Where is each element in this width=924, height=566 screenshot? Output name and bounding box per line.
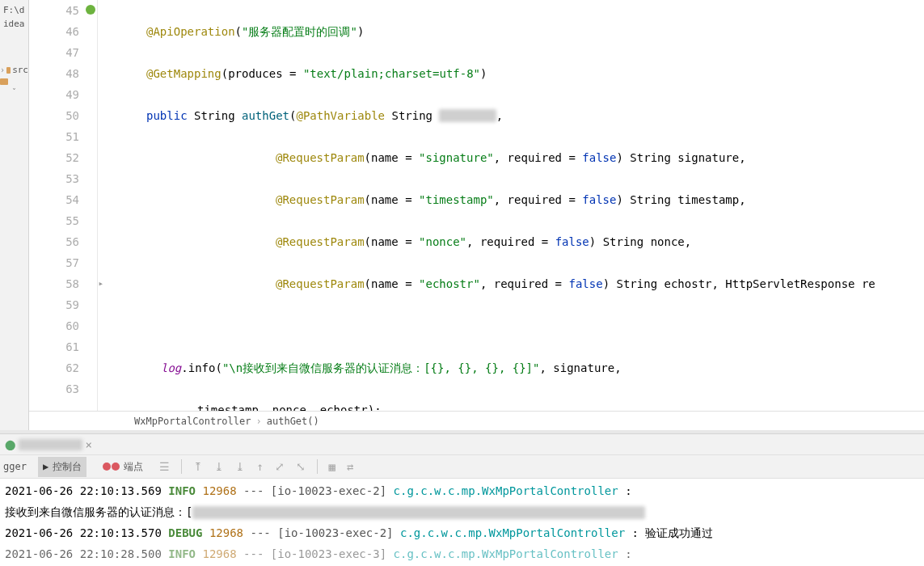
line-number: 57 (29, 252, 79, 273)
line-number: 52 (29, 147, 79, 168)
string-literal: "text/plain;charset=utf-8" (303, 67, 480, 80)
line-number: 50 (29, 105, 79, 126)
breakpoints-tab[interactable]: 端点 (98, 457, 148, 477)
folder-icon (6, 67, 11, 74)
sidebar-item-src[interactable]: › src (0, 63, 28, 77)
step-up-icon[interactable]: ⤒ (193, 460, 203, 473)
string-literal: "timestamp" (419, 193, 494, 206)
chevron-right-icon: › (256, 416, 262, 427)
run-config-tab[interactable]: ⬤ xxxxxxx × (5, 438, 92, 451)
log-line: 2021-06-26 22:10:13.569 INFO 12968 --- [… (5, 480, 919, 501)
project-idea-label: idea (0, 17, 28, 31)
debugger-tab-label[interactable]: gger (3, 461, 27, 472)
console-tab[interactable]: ▶ 控制台 (38, 457, 86, 477)
keyword: false (582, 193, 616, 206)
step-over-icon[interactable]: ⤓ (235, 460, 245, 473)
breadcrumb-method[interactable]: authGet() (267, 416, 319, 427)
console-label: 控制台 (53, 460, 82, 474)
keyword: false (555, 235, 589, 248)
project-root-label: F:\d (0, 3, 28, 17)
sidebar-src-label: src (12, 65, 28, 75)
blurred-text: xxxxxxx (19, 439, 82, 450)
breakpoint-icon (112, 463, 120, 471)
step-icon[interactable]: ⤡ (296, 460, 306, 473)
annotation: @RequestParam (276, 277, 365, 290)
line-number: 58 ▸ (29, 273, 79, 294)
string-literal: "signature" (419, 151, 494, 164)
type: String (188, 109, 242, 122)
string-literal: "echostr" (419, 277, 480, 290)
line-number: 47 (29, 42, 79, 63)
line-number: 59 (29, 294, 79, 315)
breadcrumb-class[interactable]: WxMpPortalController (134, 416, 251, 427)
code-text: produces = (228, 67, 303, 80)
close-icon[interactable]: × (86, 438, 92, 451)
method-name: authGet (242, 109, 289, 122)
log-line: 2021-06-26 22:10:28.500 INFO 12968 --- [… (5, 543, 919, 564)
line-number: 56 (29, 231, 79, 252)
annotation: @RequestParam (276, 235, 365, 248)
annotation: @RequestParam (276, 193, 365, 206)
line-number: 54 (29, 189, 79, 210)
line-number: 61 (29, 336, 79, 357)
editor-area: 45 46 47 48 49 50 51 52 53 54 55 56 57 5… (29, 0, 924, 430)
line-number: 49 (29, 84, 79, 105)
sidebar-item-folder[interactable] (0, 77, 28, 87)
line-number: 51 (29, 126, 79, 147)
run-tab-bar: ⬤ xxxxxxx × (0, 433, 924, 454)
folder-icon (0, 78, 8, 85)
debug-toolbar: gger ▶ 控制台 端点 ☰ ⤒ ⤓ ⤓ ↑ ⤢ ⤡ ▦ ⇄ (0, 454, 924, 479)
keyword: false (568, 277, 602, 290)
type: String (385, 109, 439, 122)
code-text: timestamp, nonce, echostr); (197, 403, 382, 411)
code-editor[interactable]: 45 46 47 48 49 50 51 52 53 54 55 56 57 5… (29, 0, 924, 411)
line-number: 53 (29, 168, 79, 189)
editor-gutter[interactable]: 45 46 47 48 49 50 51 52 53 54 55 56 57 5… (29, 0, 98, 411)
chevron-down-icon[interactable]: ˇ (0, 87, 28, 99)
line-number: 46 (29, 21, 79, 42)
play-icon: ▶ (43, 461, 49, 472)
keyword: false (582, 151, 616, 164)
code-content[interactable]: @ApiOperation("服务器配置时的回调") @GetMapping(p… (98, 0, 924, 411)
string-literal: "\n接收到来自微信服务器的认证消息：[{}, {}, {}, {}]" (222, 361, 540, 374)
line-number: 63 (29, 378, 79, 399)
separator (317, 459, 318, 474)
annotation: @ApiOperation (146, 25, 235, 38)
bug-icon: ⬤ (5, 439, 15, 450)
step-down-icon[interactable]: ⤓ (214, 460, 224, 473)
annotation: @RequestParam (276, 151, 365, 164)
chevron-right-icon: › (0, 65, 5, 74)
breakpoint-label: 端点 (124, 460, 143, 474)
step-into-icon[interactable]: ↑ (256, 460, 263, 473)
line-number: 45 (29, 0, 79, 21)
calculator-icon[interactable]: ▦ (329, 460, 335, 473)
separator (181, 459, 182, 474)
step-out-icon[interactable]: ⤢ (275, 460, 285, 473)
string-literal: "nonce" (419, 235, 466, 248)
log-line: 接收到来自微信服务器的认证消息：[ (5, 501, 919, 522)
breadcrumb[interactable]: WxMpPortalController › authGet() (29, 411, 924, 430)
project-sidebar[interactable]: F:\d idea › src ˇ (0, 0, 29, 430)
keyword: public (146, 109, 188, 122)
blurred-text: xxxxx (439, 109, 496, 122)
console-output[interactable]: 2021-06-26 22:10:13.569 INFO 12968 --- [… (0, 479, 924, 566)
filter-icon[interactable]: ☰ (159, 460, 170, 473)
spring-icon[interactable] (86, 5, 95, 15)
line-number: 55 (29, 210, 79, 231)
log-line: 2021-06-26 22:10:13.570 DEBUG 12968 --- … (5, 522, 919, 543)
line-number: 60 (29, 315, 79, 336)
settings-icon[interactable]: ⇄ (347, 460, 353, 473)
string-literal: "服务器配置时的回调" (242, 25, 357, 38)
blurred-text (192, 506, 645, 519)
annotation: @PathVariable (296, 109, 385, 122)
breakpoint-icon (103, 463, 111, 471)
line-number: 62 (29, 357, 79, 378)
field-ref: log (161, 361, 181, 374)
annotation: @GetMapping (146, 67, 222, 80)
line-number: 48 (29, 63, 79, 84)
